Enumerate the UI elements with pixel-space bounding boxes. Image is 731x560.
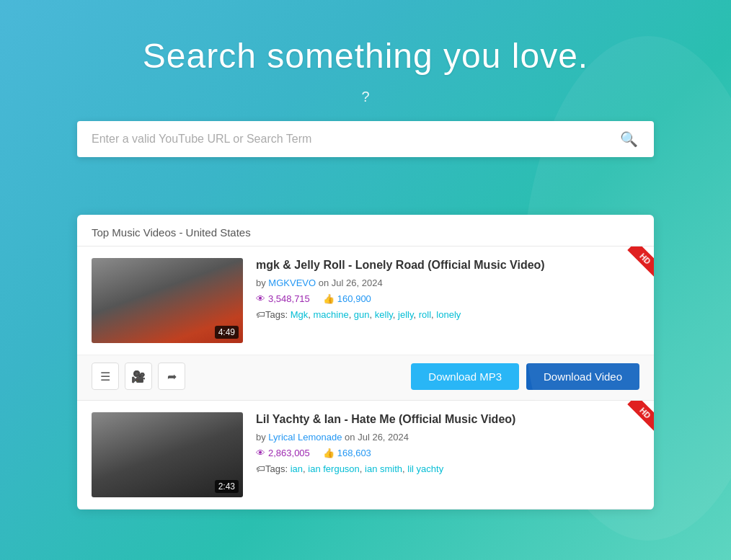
download-mp3-button-1[interactable]: Download MP3 <box>411 363 519 390</box>
search-icon: 🔍 <box>620 131 638 147</box>
duration-badge-2: 2:43 <box>215 480 239 493</box>
tag-lonely[interactable]: lonely <box>436 309 461 320</box>
tag-jelly[interactable]: jelly <box>398 309 413 320</box>
tag-lil-yachty[interactable]: lil yachty <box>407 463 443 474</box>
hd-badge-2: HD <box>618 401 654 437</box>
video-title-1: mgk & Jelly Roll - Lonely Road (Official… <box>256 258 639 273</box>
video-info-2: Lil Yachty & Ian - Hate Me (Official Mus… <box>256 412 639 474</box>
tag-label-2: 🏷Tags: <box>256 463 291 474</box>
views-2: 👁 2,863,005 <box>256 448 310 458</box>
video-info-1: mgk & Jelly Roll - Lonely Road (Official… <box>256 258 639 320</box>
search-button[interactable]: 🔍 <box>604 121 654 157</box>
playlist-icon-btn-1[interactable]: ☰ <box>92 363 119 390</box>
tag-kelly[interactable]: kelly <box>375 309 393 320</box>
likes-1: 👍 160,900 <box>323 293 371 304</box>
stats-row-2: 👁 2,863,005 👍 168,603 <box>256 448 639 458</box>
views-1: 👁 3,548,715 <box>256 293 310 304</box>
video-icon-btn-1[interactable]: 🎥 <box>125 363 152 390</box>
video-date-1: on Jul 26, 2024 <box>319 277 383 288</box>
tags-row-1: 🏷Tags: Mgk, machine, gun, kelly, jelly, … <box>256 309 639 320</box>
actions-row-1: ☰ 🎥 ➦ Download MP3 Download Video <box>77 355 654 400</box>
video-title-2: Lil Yachty & Ian - Hate Me (Official Mus… <box>256 412 639 427</box>
tag-label-1: 🏷Tags: <box>256 309 291 320</box>
tag-roll[interactable]: roll <box>419 309 431 320</box>
tag-ian[interactable]: ian <box>291 463 303 474</box>
video-meta-2: by Lyrical Lemonade on Jul 26, 2024 <box>256 432 639 443</box>
download-btns-1: Download MP3 Download Video <box>411 363 639 390</box>
likes-2: 👍 168,603 <box>323 448 371 458</box>
video-date-2: on Jul 26, 2024 <box>345 432 409 443</box>
duration-badge-1: 4:49 <box>215 326 239 339</box>
video-main-2: 2:43 Lil Yachty & Ian - Hate Me (Officia… <box>77 401 654 509</box>
thumb-icon-2: 👍 <box>323 448 335 458</box>
video-meta-1: by MGKVEVO on Jul 26, 2024 <box>256 277 639 288</box>
hero-title: Search something you love. <box>14 36 717 76</box>
video-main-1: 4:49 mgk & Jelly Roll - Lonely Road (Off… <box>77 246 654 355</box>
hero-section: Search something you love. ? 🔍 <box>0 0 731 215</box>
download-video-button-1[interactable]: Download Video <box>526 363 639 390</box>
tag-ian-ferguson[interactable]: ian ferguson <box>308 463 360 474</box>
eye-icon-2: 👁 <box>256 448 265 458</box>
tags-row-2: 🏷Tags: ian, ian ferguson, ian smith, lil… <box>256 463 639 474</box>
playlist-icon: ☰ <box>100 370 110 383</box>
content-panel: Top Music Videos - United States 4:49 mg… <box>77 215 654 510</box>
share-icon-btn-1[interactable]: ➦ <box>158 363 185 390</box>
video-cam-icon: 🎥 <box>131 370 146 383</box>
video-item-2: 2:43 Lil Yachty & Ian - Hate Me (Officia… <box>77 401 654 510</box>
eye-icon-1: 👁 <box>256 293 265 304</box>
stats-row-1: 👁 3,548,715 👍 160,900 <box>256 293 639 304</box>
thumbnail-2: 2:43 <box>92 412 243 497</box>
channel-link-1[interactable]: MGKVEVO <box>268 277 316 288</box>
search-input[interactable] <box>77 121 604 157</box>
video-item-1: 4:49 mgk & Jelly Roll - Lonely Road (Off… <box>77 246 654 401</box>
channel-link-2[interactable]: Lyrical Lemonade <box>268 432 342 443</box>
tag-machine[interactable]: machine <box>313 309 348 320</box>
action-icons-1: ☰ 🎥 ➦ <box>92 363 185 390</box>
thumbnail-1: 4:49 <box>92 258 243 343</box>
help-icon[interactable]: ? <box>14 89 717 105</box>
tag-gun[interactable]: gun <box>354 309 370 320</box>
search-bar: 🔍 <box>77 121 654 157</box>
tag-ian-smith[interactable]: ian smith <box>365 463 402 474</box>
thumb-icon-1: 👍 <box>323 293 335 304</box>
share-icon: ➦ <box>167 370 177 383</box>
panel-header: Top Music Videos - United States <box>77 215 654 246</box>
tag-mgk[interactable]: Mgk <box>291 309 309 320</box>
hd-badge-1: HD <box>618 246 654 283</box>
